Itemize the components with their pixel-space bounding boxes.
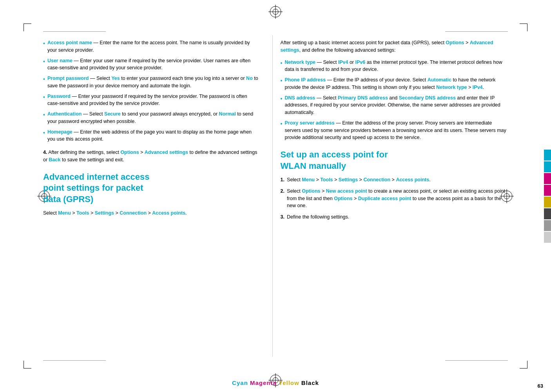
two-column-layout: Access point name — Enter the name for t… (43, 35, 508, 357)
wlan-step-1-s4: > (390, 177, 396, 182)
right-middle: , and define the following advanced sett… (299, 47, 396, 53)
wlan-step-1-s3: > (358, 177, 363, 182)
link-no: No (246, 76, 253, 81)
color-tab-gray (544, 220, 551, 231)
right-intro-text: After setting up a basic internet access… (281, 39, 508, 54)
right-s1: > (464, 40, 470, 45)
wlan-heading: Set up an access point for WLAN manually (281, 149, 508, 172)
wlan-step-1-end: . (429, 177, 430, 182)
step-4-text: 4. After defining the settings, select O… (43, 149, 261, 164)
page-number: 63 (538, 383, 543, 389)
instr-tools: Tools (76, 210, 89, 216)
sep-prompt-password: — Select (89, 76, 111, 81)
color-tab-cyan (544, 150, 551, 161)
color-tab-magenta (544, 173, 551, 184)
instr-s1: > (71, 210, 76, 216)
color-tab-black (544, 208, 551, 219)
term-access-point-name: Access point name (47, 40, 92, 45)
list-item-prompt-password: Prompt password — Select Yes to enter yo… (43, 75, 261, 90)
wlan-step-2-s2: > (352, 196, 358, 201)
wlan-step-1-menu: Menu (302, 177, 315, 182)
color-tab-cyan2 (544, 161, 551, 172)
list-item-homepage: Homepage — Enter the web address of the … (43, 128, 261, 143)
step-4-link-back: Back (49, 157, 61, 163)
link-network-type-ref: Network type (436, 85, 467, 90)
term-network-type: Network type (285, 60, 316, 65)
crosshair-top (268, 5, 283, 19)
sep-access-point-name: — (92, 40, 100, 45)
link-automatic: Automatic (428, 77, 451, 83)
right-column: After setting up a basic internet access… (272, 35, 508, 357)
step-4-number: 4. (43, 150, 47, 155)
label-yellow: Yellow (279, 379, 299, 386)
advanced-internet-heading: Advanced internet accesspoint settings f… (43, 172, 261, 205)
wlan-step-1-num: 1. (281, 176, 285, 184)
link-ipv6: IPv6 (355, 60, 365, 65)
wlan-step-3-num: 3. (281, 213, 285, 221)
wlan-step-1: 1. Select Menu > Tools > Settings > Conn… (281, 176, 508, 184)
list-item-access-point-name: Access point name — Enter the name for t… (43, 39, 261, 54)
right-bullet-list: Network type — Select IPv4 or IPv6 as th… (281, 59, 508, 142)
text4-phone-ip: . (483, 85, 484, 90)
term-password: Password (47, 94, 71, 99)
link-secondary-dns: Secondary DNS address (399, 95, 456, 101)
term-phone-ip: Phone IP address (285, 77, 326, 83)
reg-mark-top-right (512, 23, 527, 39)
wlan-step-2-options2: Options (334, 196, 352, 201)
list-item-authentication: Authentication — Select Secure to send y… (43, 110, 261, 125)
wlan-step-1-s1: > (315, 177, 320, 182)
h-line-bottom-right (445, 360, 508, 361)
term-authentication: Authentication (47, 111, 82, 117)
mid-network-type: or (348, 60, 355, 65)
term-dns-address: DNS address (285, 95, 315, 101)
sep-authentication: — Select (82, 111, 104, 117)
wlan-step-2: 2. Select Options > New access point to … (281, 188, 508, 210)
instr-end: . (185, 210, 187, 216)
list-item-proxy-server: Proxy server address — Enter the address… (281, 119, 508, 141)
h-line-bottom-left (43, 360, 106, 361)
wlan-heading-line2: WLAN manually (281, 161, 346, 171)
list-item-network-type: Network type — Select IPv4 or IPv6 as th… (281, 59, 508, 74)
color-tab-lightgray (544, 232, 551, 243)
sep-dns-address: — Select (315, 95, 338, 101)
step-4-sep1: > (139, 150, 145, 155)
instr-prefix: Select (43, 210, 58, 216)
wlan-step-1-settings: Settings (339, 177, 358, 182)
instr-access-points: Access points (152, 210, 185, 216)
left-column: Access point name — Enter the name for t… (43, 35, 261, 357)
text3-phone-ip: > (467, 85, 473, 90)
wlan-step-1-connection: Connection (363, 177, 390, 182)
instr-menu: Menu (58, 210, 71, 216)
mid-authentication: to send your password always encrypted, … (121, 111, 219, 117)
list-item-phone-ip: Phone IP address — Enter the IP address … (281, 76, 508, 91)
reg-mark-top-left (24, 23, 39, 39)
step-4-prefix: After defining the settings, select (48, 150, 120, 155)
h-line-top-left (43, 31, 106, 32)
mid-dns: and (388, 95, 399, 101)
reg-mark-bottom-right (512, 353, 527, 369)
link-yes: Yes (111, 76, 120, 81)
wlan-step-2-new-ap: New access point (326, 188, 367, 194)
wlan-step-2-dup-ap: Duplicate access point (358, 196, 411, 201)
link-secure: Secure (104, 111, 121, 117)
instr-s4: > (147, 210, 152, 216)
wlan-step-2-s1: > (320, 188, 326, 194)
label-magenta: Magenta (250, 379, 277, 386)
right-intro-prefix: After setting up a basic internet access… (281, 40, 446, 45)
list-item-dns-address: DNS address — Select Primary DNS address… (281, 94, 508, 116)
step-4-end: to save the settings and exit. (60, 157, 124, 163)
step-4-link-advanced: Advanced settings (145, 150, 188, 155)
wlan-step-1-s2: > (333, 177, 339, 182)
sep-network-type: — Select (315, 60, 338, 65)
wlan-step-1-access-points: Access points (396, 177, 429, 182)
link-ipv4: IPv4 (338, 60, 348, 65)
mid-prompt-password: to enter your password each time you log… (120, 76, 246, 81)
wlan-step-3-text: Define the following settings. (287, 213, 349, 221)
sep-password: — (71, 94, 78, 99)
list-item-password: Password — Enter your password if requir… (43, 93, 261, 108)
color-tabs (544, 150, 551, 243)
link-primary-dns: Primary DNS address (338, 95, 388, 101)
instr-connection: Connection (120, 210, 147, 216)
color-tab-yellow (544, 197, 551, 208)
term-prompt-password: Prompt password (47, 76, 89, 81)
